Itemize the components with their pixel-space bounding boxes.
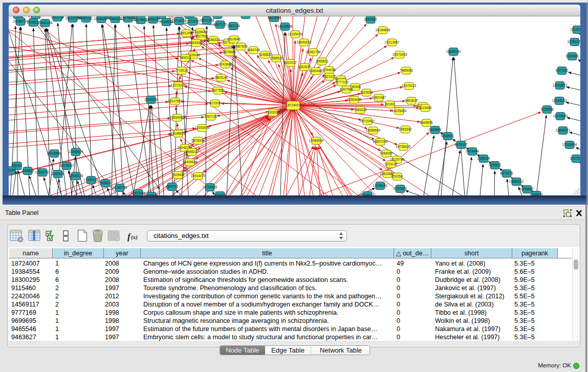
svg-text:2005334: 2005334 bbox=[144, 98, 158, 101]
svg-text:6679197: 6679197 bbox=[454, 143, 468, 146]
svg-text:8186323: 8186323 bbox=[207, 38, 220, 41]
svg-text:16154808: 16154808 bbox=[376, 28, 390, 32]
svg-text:15720407: 15720407 bbox=[360, 119, 375, 123]
svg-text:8322037: 8322037 bbox=[284, 61, 297, 64]
svg-text:13692971: 13692971 bbox=[556, 128, 571, 132]
svg-text:3498222: 3498222 bbox=[185, 150, 199, 154]
svg-text:15751074: 15751074 bbox=[568, 40, 580, 43]
svg-text:2967608: 2967608 bbox=[234, 45, 248, 48]
svg-text:9699695: 9699695 bbox=[420, 121, 433, 124]
svg-text:17359924: 17359924 bbox=[69, 150, 83, 154]
svg-text:24055724: 24055724 bbox=[13, 19, 28, 23]
svg-text:3624554: 3624554 bbox=[360, 91, 373, 94]
svg-text:12213967: 12213967 bbox=[385, 40, 400, 44]
svg-text:7955812: 7955812 bbox=[315, 59, 329, 63]
svg-text:974533: 974533 bbox=[214, 193, 226, 195]
svg-text:16210643: 16210643 bbox=[553, 114, 568, 118]
svg-text:3215958: 3215958 bbox=[540, 107, 554, 111]
svg-text:23302033: 23302033 bbox=[266, 111, 280, 114]
svg-text:1640954: 1640954 bbox=[428, 128, 442, 132]
svg-text:16961758: 16961758 bbox=[306, 50, 321, 54]
svg-text:3267130: 3267130 bbox=[204, 115, 217, 118]
svg-text:11124107: 11124107 bbox=[570, 28, 580, 31]
svg-text:12923446: 12923446 bbox=[131, 191, 146, 195]
svg-text:10807487: 10807487 bbox=[372, 96, 386, 99]
svg-text:8471676: 8471676 bbox=[500, 171, 513, 175]
svg-text:10973493: 10973493 bbox=[393, 53, 407, 56]
svg-text:16648784: 16648784 bbox=[446, 50, 461, 53]
svg-text:9115460: 9115460 bbox=[419, 106, 432, 110]
svg-text:1015132: 1015132 bbox=[384, 162, 398, 166]
svg-text:8427552: 8427552 bbox=[211, 89, 225, 92]
svg-text:7357224: 7357224 bbox=[227, 24, 240, 28]
svg-text:15276021: 15276021 bbox=[121, 16, 136, 20]
svg-text:9245613: 9245613 bbox=[530, 193, 543, 195]
svg-text:12213339: 12213339 bbox=[171, 83, 186, 87]
svg-text:10654112: 10654112 bbox=[509, 180, 524, 183]
svg-text:12975115: 12975115 bbox=[402, 84, 417, 87]
svg-text:10958167: 10958167 bbox=[98, 181, 113, 185]
svg-text:16543362: 16543362 bbox=[189, 41, 204, 45]
svg-text:8990448: 8990448 bbox=[309, 69, 322, 73]
svg-text:19384554: 19384554 bbox=[309, 139, 324, 142]
svg-text:14136141: 14136141 bbox=[373, 184, 388, 187]
svg-text:1733426: 1733426 bbox=[394, 187, 407, 190]
svg-text:12353594: 12353594 bbox=[195, 126, 210, 129]
svg-text:39159: 39159 bbox=[9, 168, 15, 172]
svg-text:17016504: 17016504 bbox=[562, 143, 577, 146]
svg-text:1667135: 1667135 bbox=[213, 23, 227, 26]
svg-text:252254: 252254 bbox=[391, 174, 403, 178]
svg-text:6794028: 6794028 bbox=[322, 68, 336, 72]
svg-text:9242848: 9242848 bbox=[219, 62, 232, 66]
svg-text:13807249: 13807249 bbox=[373, 140, 388, 143]
svg-text:9474444: 9474444 bbox=[466, 149, 479, 153]
svg-text:20691406: 20691406 bbox=[38, 21, 53, 25]
svg-text:9857791: 9857791 bbox=[165, 185, 179, 188]
svg-text:1071915: 1071915 bbox=[186, 19, 200, 23]
svg-text:5878334: 5878334 bbox=[191, 139, 205, 142]
svg-text:2803144: 2803144 bbox=[214, 76, 228, 79]
svg-text:9329966: 9329966 bbox=[565, 54, 579, 58]
svg-text:10653267: 10653267 bbox=[94, 17, 109, 20]
svg-text:7485063: 7485063 bbox=[400, 69, 413, 72]
svg-text:16914479: 16914479 bbox=[191, 174, 206, 178]
svg-text:1803722: 1803722 bbox=[51, 16, 64, 19]
svg-text:1965342: 1965342 bbox=[399, 127, 412, 131]
svg-text:62160: 62160 bbox=[385, 102, 395, 106]
svg-text:20206556: 20206556 bbox=[47, 151, 62, 155]
svg-text:8813054: 8813054 bbox=[268, 16, 281, 19]
svg-text:9063726: 9063726 bbox=[79, 16, 93, 20]
svg-text:16409948: 16409948 bbox=[183, 160, 198, 164]
svg-text:16966160: 16966160 bbox=[146, 17, 161, 21]
svg-text:16671355: 16671355 bbox=[200, 18, 214, 22]
svg-text:1588520: 1588520 bbox=[270, 56, 283, 60]
svg-text:30975867: 30975867 bbox=[59, 164, 74, 167]
svg-text:8938921: 8938921 bbox=[441, 134, 454, 138]
svg-text:1621022: 1621022 bbox=[323, 75, 336, 78]
svg-text:2914546: 2914546 bbox=[227, 37, 241, 41]
svg-text:7632621: 7632621 bbox=[488, 163, 502, 167]
svg-text:7515526: 7515526 bbox=[160, 20, 173, 24]
svg-text:1167534: 1167534 bbox=[570, 157, 580, 160]
svg-text:3875685: 3875685 bbox=[223, 50, 236, 54]
svg-text:10719155: 10719155 bbox=[172, 19, 187, 23]
svg-text:2718126: 2718126 bbox=[175, 69, 188, 72]
svg-text:19218506: 19218506 bbox=[278, 25, 293, 28]
svg-text:10654985: 10654985 bbox=[170, 116, 185, 119]
svg-text:18724007: 18724007 bbox=[286, 103, 301, 107]
svg-text:417006: 417006 bbox=[209, 101, 221, 105]
svg-text:10107553: 10107553 bbox=[168, 99, 183, 103]
svg-text:1156829: 1156829 bbox=[21, 169, 34, 172]
svg-text:18037225: 18037225 bbox=[66, 16, 80, 20]
svg-text:2935114: 2935114 bbox=[477, 157, 490, 160]
svg-text:9245652: 9245652 bbox=[520, 187, 534, 191]
svg-text:9245610: 9245610 bbox=[361, 193, 374, 195]
svg-text:13716485: 13716485 bbox=[203, 185, 217, 189]
svg-text:9146821: 9146821 bbox=[258, 53, 272, 56]
svg-text:9227342: 9227342 bbox=[555, 69, 569, 72]
svg-text:3454749: 3454749 bbox=[247, 48, 260, 52]
svg-text:1292345: 1292345 bbox=[145, 194, 158, 195]
svg-text:9327500: 9327500 bbox=[195, 34, 208, 38]
svg-text:12942737: 12942737 bbox=[35, 170, 50, 174]
svg-text:7986322: 7986322 bbox=[354, 108, 367, 112]
